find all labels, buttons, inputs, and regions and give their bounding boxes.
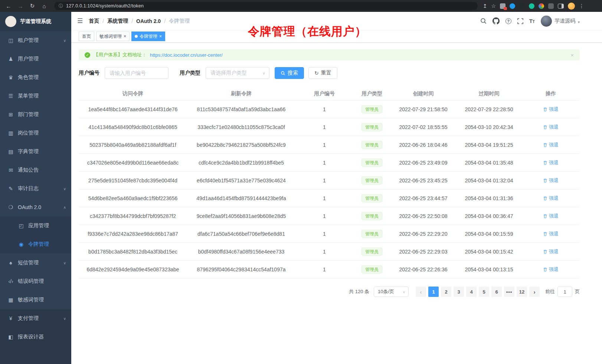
force-logout-button[interactable]: 强退 bbox=[543, 159, 559, 166]
force-logout-label: 强退 bbox=[549, 177, 559, 184]
sidebar-item-error-code[interactable]: ‹/›错误码管理 bbox=[0, 272, 71, 291]
font-size-icon[interactable]: TT bbox=[529, 18, 535, 24]
extension-icon-4[interactable] bbox=[529, 3, 534, 9]
user-dropdown[interactable]: 芋道源码 ▾ bbox=[541, 16, 580, 27]
role-icon: ♛ bbox=[7, 75, 14, 80]
oauth-app-icon: ◰ bbox=[18, 223, 24, 229]
trash-icon bbox=[543, 125, 547, 129]
tab-token[interactable]: 令牌管理× bbox=[131, 32, 165, 41]
address-bar[interactable]: ⓘ 127.0.0.1:1024/system/oauth2/token bbox=[54, 2, 478, 10]
pagination-page-2[interactable]: 2 bbox=[441, 287, 451, 297]
sidebar-item-oauth-token[interactable]: ◉令牌管理 bbox=[0, 235, 71, 254]
breadcrumb-separator: / bbox=[102, 18, 104, 24]
sidebar-item-user[interactable]: ♟用户管理 bbox=[0, 50, 71, 68]
sidebar-item-sms[interactable]: ♠短信管理∨ bbox=[0, 254, 71, 272]
sidebar-item-menu[interactable]: ☰菜单管理 bbox=[0, 87, 71, 105]
sidebar-item-sensitive-word[interactable]: ▦敏感词管理 bbox=[0, 291, 71, 309]
pagination-page-12[interactable]: 12 bbox=[517, 287, 527, 297]
doc-link[interactable]: https://doc.iocoder.cn/user-center/ bbox=[150, 52, 223, 58]
pagination-page-4[interactable]: 4 bbox=[466, 287, 477, 297]
user-type-select[interactable]: 请选择用户类型 ∨ bbox=[206, 67, 269, 79]
alert-close-icon[interactable]: × bbox=[570, 52, 574, 58]
breadcrumb-item[interactable]: OAuth 2.0 bbox=[136, 18, 161, 24]
force-logout-button[interactable]: 强退 bbox=[543, 248, 559, 255]
sidebar-item-dict[interactable]: ▤字典管理 bbox=[0, 142, 71, 161]
user-id-input[interactable] bbox=[105, 67, 169, 79]
help-icon[interactable]: ? bbox=[506, 18, 511, 24]
sidebar-item-label: 支付管理 bbox=[18, 315, 39, 322]
pagination-prev-button[interactable]: ‹ bbox=[416, 287, 426, 297]
goto-page-input[interactable] bbox=[557, 287, 572, 297]
goto-unit: 页 bbox=[575, 288, 580, 295]
tab-close-icon[interactable]: × bbox=[124, 34, 126, 39]
force-logout-button[interactable]: 强退 bbox=[543, 266, 559, 273]
sidebar-item-notice[interactable]: ✉通知公告 bbox=[0, 161, 71, 179]
table-row: 275e5de9151045fe87cbdc395e004f4d e6cfd40… bbox=[79, 172, 580, 189]
extension-icon-5[interactable] bbox=[539, 3, 544, 9]
extensions-puzzle-icon[interactable] bbox=[548, 3, 554, 9]
force-logout-button[interactable]: 强退 bbox=[543, 177, 559, 184]
pagination-page-3[interactable]: 3 bbox=[454, 287, 464, 297]
sidebar-item-label: 菜单管理 bbox=[18, 93, 39, 99]
force-logout-label: 强退 bbox=[549, 124, 559, 130]
browser-profile-avatar[interactable] bbox=[568, 3, 575, 10]
force-logout-button[interactable]: 强退 bbox=[543, 195, 559, 202]
breadcrumb-item[interactable]: 系统管理 bbox=[107, 18, 128, 24]
sidebar-item-tenant[interactable]: ◫租户管理∨ bbox=[0, 31, 71, 50]
sidebar-item-role[interactable]: ♛角色管理 bbox=[0, 68, 71, 87]
force-logout-button[interactable]: 强退 bbox=[543, 106, 559, 113]
tab-home[interactable]: 首页 bbox=[79, 32, 94, 41]
pagination-more[interactable]: ••• bbox=[504, 287, 514, 297]
github-icon[interactable] bbox=[493, 17, 500, 24]
bookmark-star-icon[interactable]: ☆ bbox=[491, 3, 496, 9]
extension-icon-1[interactable] bbox=[500, 3, 506, 9]
site-info-icon[interactable]: ⓘ bbox=[59, 3, 63, 9]
browser-home-icon[interactable]: ⌂ bbox=[39, 3, 49, 9]
column-header: 用户类型 bbox=[353, 90, 390, 97]
force-logout-button[interactable]: 强退 bbox=[543, 213, 559, 219]
success-check-icon: ✓ bbox=[85, 52, 90, 58]
alert-text: 【用户体系】文档地址： bbox=[94, 52, 147, 58]
browser-forward-icon[interactable]: → bbox=[16, 3, 25, 9]
search-icon[interactable] bbox=[480, 18, 487, 24]
side-panel-icon[interactable] bbox=[558, 4, 564, 9]
tab-sensitive-word[interactable]: 敏感词管理× bbox=[96, 32, 130, 41]
access-token-cell: 54d6be82ee5a460a9aedc1f9bf223656 bbox=[79, 195, 187, 201]
sidebar-item-oauth[interactable]: ❍OAuth 2.0∧ bbox=[0, 198, 71, 216]
trash-icon bbox=[543, 232, 547, 236]
page-size-select[interactable]: 10条/页 ∨ bbox=[374, 287, 409, 297]
pagination-next-button[interactable]: › bbox=[529, 287, 540, 297]
force-logout-button[interactable]: 强退 bbox=[543, 231, 559, 237]
browser-back-icon[interactable]: ← bbox=[4, 3, 13, 9]
doc-alert: ✓ 【用户体系】文档地址： https://doc.iocoder.cn/use… bbox=[79, 49, 580, 60]
oauth-icon: ❍ bbox=[7, 204, 14, 210]
sidebar-item-report[interactable]: ◧报表设计器 bbox=[0, 328, 71, 346]
sidebar-item-pay[interactable]: ¥支付管理∨ bbox=[0, 309, 71, 328]
user-type-placeholder: 请选择用户类型 bbox=[210, 70, 247, 76]
access-token-cell: 41c41346a548490f9dc8b01c6bfe0865 bbox=[79, 124, 187, 130]
sidebar-item-audit-log[interactable]: ✎审计日志∨ bbox=[0, 179, 71, 198]
pagination-page-5[interactable]: 5 bbox=[479, 287, 489, 297]
fullscreen-icon[interactable] bbox=[517, 18, 523, 24]
extension-icon-3[interactable] bbox=[519, 3, 525, 9]
reset-button[interactable]: ↻ 重置 bbox=[308, 67, 337, 79]
user-type-badge: 管理员 bbox=[361, 176, 382, 185]
extension-icon-2[interactable] bbox=[510, 3, 515, 9]
browser-menu-icon[interactable]: ⋮ bbox=[579, 3, 584, 9]
search-button[interactable]: 搜索 bbox=[275, 67, 304, 79]
force-logout-button[interactable]: 强退 bbox=[543, 142, 559, 148]
browser-reload-icon[interactable]: ↻ bbox=[27, 3, 37, 9]
user-type-cell: 管理员 bbox=[353, 265, 390, 274]
collapse-menu-icon[interactable]: ☰ bbox=[77, 17, 83, 25]
tab-close-icon[interactable]: × bbox=[159, 34, 162, 39]
breadcrumb-item[interactable]: 首页 bbox=[89, 18, 99, 24]
pagination-page-6[interactable]: 6 bbox=[491, 287, 502, 297]
pagination-goto: 前往 页 bbox=[545, 287, 580, 297]
sidebar-item-oauth-app[interactable]: ◰应用管理 bbox=[0, 216, 71, 235]
pagination-page-1[interactable]: 1 bbox=[428, 287, 439, 297]
sidebar-item-post[interactable]: ▥岗位管理 bbox=[0, 124, 71, 142]
user-id-cell: 1 bbox=[295, 160, 353, 166]
share-icon[interactable]: ↥ bbox=[483, 3, 487, 9]
force-logout-button[interactable]: 强退 bbox=[543, 124, 559, 130]
sidebar-item-dept[interactable]: ⊞部门管理 bbox=[0, 105, 71, 124]
